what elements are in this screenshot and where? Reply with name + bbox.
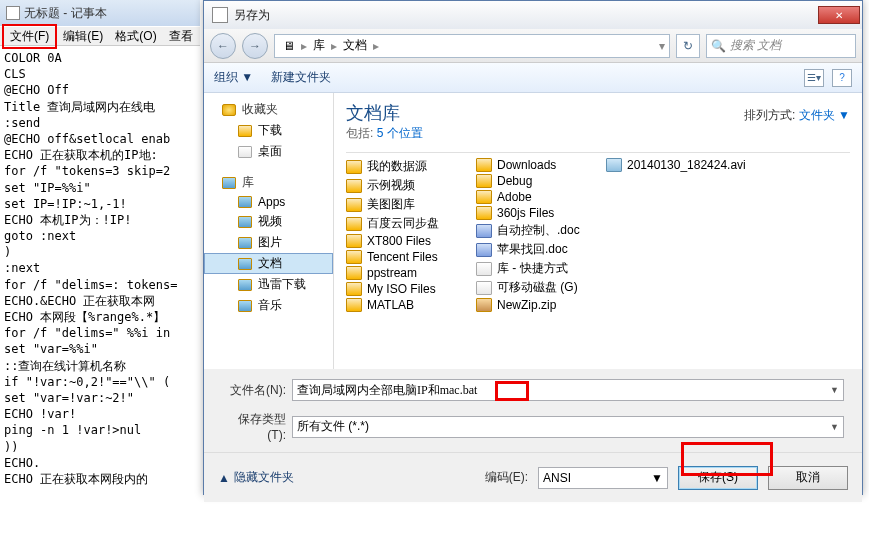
sidebar-favorites[interactable]: 收藏夹 (204, 99, 333, 120)
save-button[interactable]: 保存(S) (678, 466, 758, 490)
file-column: DownloadsDebugAdobe360js Files自动控制、.doc苹… (476, 157, 596, 313)
back-button[interactable]: ← (210, 33, 236, 59)
file-item[interactable]: 库 - 快捷方式 (476, 259, 596, 278)
view-options-button[interactable]: ☰▾ (804, 69, 824, 87)
folder-icon (346, 217, 362, 231)
avi-icon (606, 158, 622, 172)
dialog-icon (212, 7, 228, 23)
close-button[interactable]: ✕ (818, 6, 860, 24)
breadcrumb-seg-docs[interactable]: 文档 (339, 37, 371, 54)
file-item[interactable]: 示例视频 (346, 176, 466, 195)
file-item[interactable]: 我的数据源 (346, 157, 466, 176)
nav-sidebar: 收藏夹 下载 桌面 库 Apps 视频 图片 文档 迅雷下载 音乐 (204, 93, 334, 369)
folder-icon (238, 258, 252, 270)
chevron-right-icon: ▸ (301, 39, 307, 53)
menu-edit[interactable]: 编辑(E) (57, 26, 109, 47)
sidebar-item-xunlei[interactable]: 迅雷下载 (204, 274, 333, 295)
file-column: 我的数据源示例视频美图图库百度云同步盘XT800 FilesTencent Fi… (346, 157, 466, 313)
file-icon (476, 262, 492, 276)
chevron-right-icon: ▸ (373, 39, 379, 53)
locations-link[interactable]: 5 个位置 (377, 126, 423, 140)
notepad-icon (6, 6, 20, 20)
encoding-label: 编码(E): (485, 469, 528, 486)
sidebar-item-downloads[interactable]: 下载 (204, 120, 333, 141)
folder-icon (238, 125, 252, 137)
hide-folders-toggle[interactable]: ▲ 隐藏文件夹 (218, 469, 294, 486)
sort-value[interactable]: 文件夹 ▼ (799, 108, 850, 122)
dialog-titlebar: 另存为 ✕ (204, 1, 862, 29)
library-title: 文档库 (346, 101, 423, 125)
chevron-right-icon: ▸ (331, 39, 337, 53)
search-placeholder: 搜索 文档 (730, 37, 781, 54)
file-item[interactable]: 百度云同步盘 (346, 214, 466, 233)
file-item[interactable]: MATLAB (346, 297, 466, 313)
file-item[interactable]: NewZip.zip (476, 297, 596, 313)
notepad-title: 无标题 - 记事本 (24, 5, 107, 22)
save-dialog: 另存为 ✕ ← → 🖥 ▸ 库 ▸ 文档 ▸ ▾ ↻ 🔍 搜索 文档 组织 ▼ … (203, 0, 863, 495)
breadcrumb[interactable]: 🖥 ▸ 库 ▸ 文档 ▸ ▾ (274, 34, 670, 58)
encoding-select[interactable]: ANSI ▼ (538, 467, 668, 489)
file-item[interactable]: ppstream (346, 265, 466, 281)
folder-icon (238, 279, 252, 291)
file-icon (476, 281, 492, 295)
chevron-up-icon: ▲ (218, 471, 230, 485)
doc-icon (476, 224, 492, 238)
folder-icon (476, 174, 492, 188)
filetype-label: 保存类型(T): (222, 411, 292, 442)
file-item[interactable]: Debug (476, 173, 596, 189)
search-icon: 🔍 (711, 39, 726, 53)
folder-icon (346, 234, 362, 248)
organize-menu[interactable]: 组织 ▼ (214, 69, 253, 86)
menu-file[interactable]: 文件(F) (2, 24, 57, 49)
desktop-icon (238, 146, 252, 158)
menu-view[interactable]: 查看 (163, 26, 199, 47)
file-item[interactable]: My ISO Files (346, 281, 466, 297)
file-item[interactable]: 自动控制、.doc (476, 221, 596, 240)
library-subtitle: 包括: 5 个位置 (346, 125, 423, 142)
nav-bar: ← → 🖥 ▸ 库 ▸ 文档 ▸ ▾ ↻ 🔍 搜索 文档 (204, 29, 862, 63)
file-item[interactable]: Adobe (476, 189, 596, 205)
breadcrumb-root-icon[interactable]: 🖥 (279, 39, 299, 53)
file-item[interactable]: XT800 Files (346, 233, 466, 249)
file-item[interactable]: Tencent Files (346, 249, 466, 265)
file-item[interactable]: 360js Files (476, 205, 596, 221)
folder-icon (346, 282, 362, 296)
sidebar-libraries[interactable]: 库 (204, 172, 333, 193)
separator (346, 152, 850, 153)
forward-button[interactable]: → (242, 33, 268, 59)
sidebar-item-pictures[interactable]: 图片 (204, 232, 333, 253)
filename-input[interactable]: ▼ (292, 379, 844, 401)
notepad-textarea[interactable]: COLOR 0A CLS @ECHO Off Title 查询局域网内在线电 :… (0, 46, 200, 491)
dialog-title: 另存为 (234, 7, 818, 24)
sidebar-item-apps[interactable]: Apps (204, 193, 333, 211)
toolbar: 组织 ▼ 新建文件夹 ☰▾ ? (204, 63, 862, 93)
sidebar-item-desktop[interactable]: 桌面 (204, 141, 333, 162)
sidebar-item-documents[interactable]: 文档 (204, 253, 333, 274)
notepad-menubar[interactable]: 文件(F) 编辑(E) 格式(O) 查看 (0, 26, 200, 46)
filetype-select[interactable]: 所有文件 (*.*) ▼ (292, 416, 844, 438)
folder-icon (476, 190, 492, 204)
folder-icon (238, 300, 252, 312)
sort-control[interactable]: 排列方式: 文件夹 ▼ (744, 107, 850, 124)
sidebar-item-video[interactable]: 视频 (204, 211, 333, 232)
filename-label: 文件名(N): (222, 382, 292, 399)
zip-icon (476, 298, 492, 312)
file-item[interactable]: 美图图库 (346, 195, 466, 214)
file-item[interactable]: 20140130_182424.avi (606, 157, 766, 173)
new-folder-button[interactable]: 新建文件夹 (271, 69, 331, 86)
help-button[interactable]: ? (832, 69, 852, 87)
chevron-down-icon[interactable]: ▼ (830, 385, 839, 395)
search-input[interactable]: 🔍 搜索 文档 (706, 34, 856, 58)
file-item[interactable]: 可移动磁盘 (G) (476, 278, 596, 297)
file-item[interactable]: Downloads (476, 157, 596, 173)
notepad-window: 无标题 - 记事本 文件(F) 编辑(E) 格式(O) 查看 COLOR 0A … (0, 0, 200, 537)
breadcrumb-seg-lib[interactable]: 库 (309, 37, 329, 54)
save-fields: 文件名(N): ▼ 保存类型(T): 所有文件 (*.*) ▼ (204, 369, 862, 442)
refresh-button[interactable]: ↻ (676, 34, 700, 58)
menu-format[interactable]: 格式(O) (109, 26, 162, 47)
cancel-button[interactable]: 取消 (768, 466, 848, 490)
file-item[interactable]: 苹果找回.doc (476, 240, 596, 259)
dialog-footer: ▲ 隐藏文件夹 编码(E): ANSI ▼ 保存(S) 取消 (204, 452, 862, 502)
chevron-down-icon[interactable]: ▾ (659, 39, 665, 53)
sidebar-item-music[interactable]: 音乐 (204, 295, 333, 316)
